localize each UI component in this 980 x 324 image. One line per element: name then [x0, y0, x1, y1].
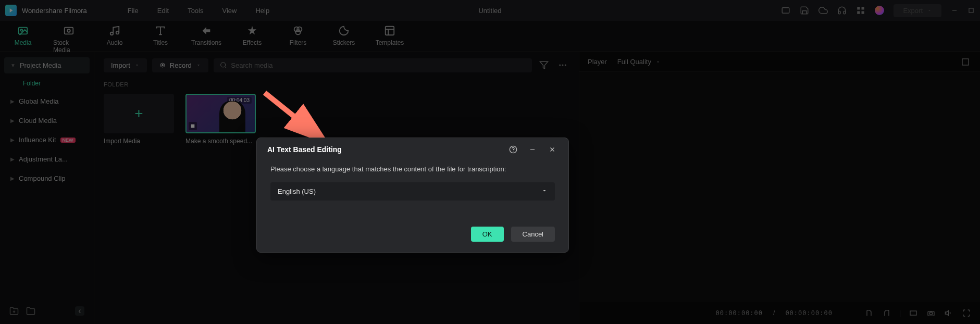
dialog-message: Please choose a language that matches th…	[270, 165, 555, 173]
language-select[interactable]: English (US)	[270, 182, 555, 201]
close-icon[interactable]	[549, 146, 558, 153]
help-icon[interactable]	[509, 145, 518, 154]
dialog-footer: OK Cancel	[257, 211, 568, 252]
dialog-body: Please choose a language that matches th…	[257, 161, 568, 211]
ok-button[interactable]: OK	[471, 227, 504, 242]
dialog-title: AI Text Based Editing	[267, 145, 342, 154]
language-value: English (US)	[278, 188, 316, 195]
cancel-button[interactable]: Cancel	[511, 227, 555, 242]
dialog-header: AI Text Based Editing	[257, 138, 568, 161]
chevron-down-icon	[541, 188, 548, 194]
ai-text-editing-dialog: AI Text Based Editing Please choose a la…	[256, 138, 569, 253]
minimize-dialog-icon[interactable]	[529, 146, 538, 153]
